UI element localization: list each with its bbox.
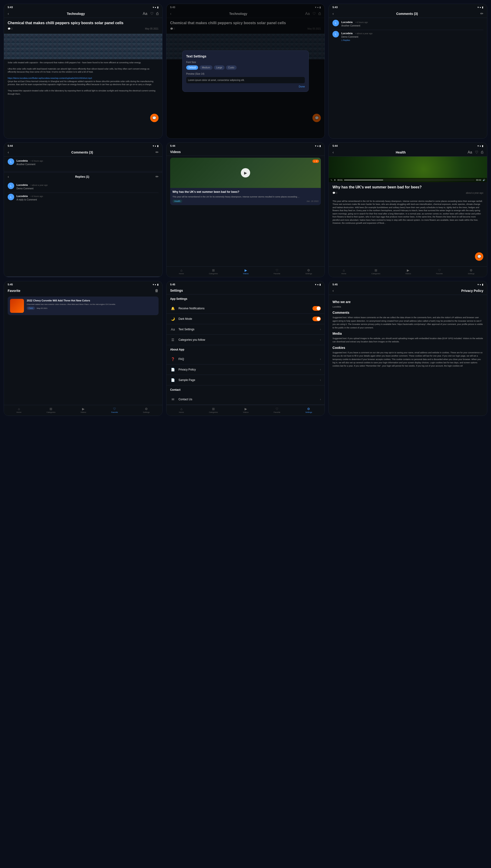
comment-item-r2c1-1: L Lucodeia • 6 hours ago Another Comment — [8, 159, 158, 166]
like-icon-r1c1[interactable]: ♡ — [150, 11, 153, 16]
nav-settings-r3c2[interactable]: ⚙ Settings — [306, 407, 312, 413]
back-button-r1c3[interactable]: ‹ — [333, 11, 334, 16]
comment-content-2: Lucodeia • about a year ago Demo Comment… — [341, 31, 483, 41]
nav-favorite-r3c2[interactable]: ♡ Favorite — [273, 407, 280, 413]
font-icon-r1c1[interactable]: Aa — [143, 11, 147, 16]
nav-categories-r3c1[interactable]: ⊞ Categories — [47, 407, 56, 413]
screen-r1c1: 5:43 ▾ ● ▮ ‹ Technology Aa ♡ ⎙ Chemical … — [4, 4, 163, 139]
fav-tag[interactable]: Cars — [27, 307, 35, 310]
time-r3c1: 5:45 — [8, 283, 13, 286]
back-button-r2c3[interactable]: ‹ — [333, 150, 334, 155]
bottom-nav-bar-r3c1: ⌂ Home ⊞ Categories ▶ Videos ♡ Favorite … — [4, 405, 162, 416]
article-body-r2c3: This year will be remembered in the UK f… — [329, 198, 487, 227]
nav-settings-r3c1[interactable]: ⚙ Settings — [143, 407, 150, 413]
comment-item-1: L Lucodeia • 6 hours ago Another Comment — [333, 20, 483, 27]
font-option-medium[interactable]: Medium — [200, 65, 212, 70]
nav-videos-r3c1[interactable]: ▶ Videos — [81, 407, 86, 413]
article-link[interactable]: https://demo.lucodeia.com/flutter-wp/luc… — [8, 77, 92, 79]
video-thumbnail[interactable]: ▶ ○ ② — [170, 158, 321, 188]
nav-home-r2c3[interactable]: ⌂ Home — [341, 269, 346, 275]
edit-icon-r2c1[interactable]: ✏ — [155, 150, 158, 155]
settings-notifications[interactable]: 🔔 Receive Notifications — [167, 303, 325, 314]
edit-icon-replies[interactable]: ✏ — [155, 174, 158, 179]
categories-follow-icon: ☰ — [170, 337, 176, 343]
reply-text-2: A reply to Comment — [17, 198, 158, 201]
privacy-icon: 📄 — [170, 367, 176, 372]
progress-bar[interactable] — [344, 180, 475, 180]
settings-text[interactable]: Aa Text Settings › — [167, 324, 325, 335]
nav-categories-label-r3c1: Categories — [47, 411, 56, 413]
settings-categories[interactable]: ☰ Categories you follow › — [167, 335, 325, 345]
status-icons-r1c3: ▾ ● ▮ — [478, 6, 483, 9]
nav-home-r3c1[interactable]: ⌂ Home — [17, 407, 21, 413]
categories-icon-r2c2: ⊞ — [212, 269, 215, 272]
volume-icon[interactable]: 🔊 — [483, 179, 485, 181]
fab-r1c1[interactable]: 💬 — [150, 114, 158, 122]
nav-categories-r2c2[interactable]: ⊞ Categories — [209, 269, 218, 275]
settings-privacy[interactable]: 📄 Privacy Policy › — [167, 364, 325, 375]
fullscreen-icon[interactable]: ⤡ — [330, 179, 333, 181]
pause-button[interactable]: ⏸ — [334, 179, 336, 181]
nav-videos-r2c3[interactable]: ▶ Videos — [405, 269, 411, 275]
nav-title-r3c3: Privacy Policy — [461, 289, 483, 292]
comment-text-r2c1-1: Another Comment — [17, 163, 158, 166]
modal-overlay[interactable]: Text Settings Font Size Default Medium L… — [167, 4, 325, 138]
fab-r2c3[interactable]: 💬 — [475, 252, 483, 261]
nav-videos-label-r3c1: Videos — [81, 411, 86, 413]
avatar-r2c1-1: L — [8, 159, 14, 165]
nav-categories-r2c3[interactable]: ⊞ Categories — [371, 269, 380, 275]
notifications-toggle-thumb — [317, 307, 320, 310]
article-title-r1c1: Chemical that makes chilli peppers spicy… — [8, 21, 158, 26]
settings-darkmode[interactable]: 🌙 Dark Mode — [167, 314, 325, 324]
comment-author-r2c1-1: Lucodeia — [17, 159, 28, 162]
play-button[interactable]: ▶ — [241, 168, 250, 177]
settings-sample[interactable]: 📄 Sample Page › — [167, 375, 325, 385]
contact-us-chevron: › — [320, 398, 321, 401]
like-icon-r2c3[interactable]: ♡ — [475, 150, 478, 155]
nav-favorite-r2c3[interactable]: ♡ Favorite — [436, 269, 443, 275]
time-r3c3: 5:45 — [333, 283, 338, 286]
trash-icon[interactable]: 🗑 — [155, 289, 158, 293]
nav-icons-r1c1: Aa ♡ ⎙ — [143, 11, 158, 16]
font-option-large[interactable]: Large — [214, 65, 225, 70]
replies-link[interactable]: 1 Replies — [341, 39, 483, 41]
notifications-toggle[interactable] — [313, 306, 321, 311]
replies-header: ‹ Replies (1) ✏ — [4, 172, 162, 181]
back-button-r1c1[interactable]: ‹ — [8, 11, 9, 16]
nav-home-r3c2[interactable]: ⌂ Home — [179, 407, 184, 413]
nav-home-r2c2[interactable]: ⌂ Home — [179, 269, 184, 275]
tag-health[interactable]: Health — [173, 200, 182, 203]
status-bar-r1c3: 5:43 ▾ ● ▮ — [329, 4, 487, 9]
fav-card-title: 2022 Chevy Corvette Will Add Three Hot N… — [27, 299, 156, 302]
done-button[interactable]: Done — [186, 85, 305, 88]
settings-contact-us-left: ✉ Contact Us — [170, 396, 192, 402]
darkmode-toggle[interactable] — [313, 316, 321, 321]
settings-faq[interactable]: ❓ FAQ › — [167, 354, 325, 364]
nav-categories-r3c2[interactable]: ⊞ Categories — [209, 407, 218, 413]
reply-time-2: • 6 hours ago — [31, 195, 43, 197]
nav-title-r3c2: Settings — [170, 289, 183, 292]
nav-settings-r2c3[interactable]: ⚙ Settings — [468, 269, 474, 275]
signal-icon-r2c3: ● — [480, 145, 481, 147]
categories-icon-r2c3: ⊞ — [375, 269, 377, 272]
nav-videos-r3c2[interactable]: ▶ Videos — [243, 407, 249, 413]
font-option-default[interactable]: Default — [186, 65, 198, 70]
font-icon-r2c3[interactable]: Aa — [467, 150, 472, 155]
nav-favorite-r2c2[interactable]: ♡ Favorite — [273, 269, 280, 275]
back-button-r3c3[interactable]: ‹ — [333, 289, 334, 293]
back-button-replies[interactable]: ‹ — [8, 175, 9, 179]
video-player-r2c3: ⤡ ⏸ 00:01 00:02 🔊 — [329, 157, 487, 182]
settings-contact-us[interactable]: ✉ Contact Us › — [167, 394, 325, 405]
nav-favorite-r3c1[interactable]: ♡ Favorite — [111, 407, 118, 413]
edit-icon-r1c3[interactable]: ✏ — [480, 11, 483, 16]
screen-r3c2: 5:45 ▾ ● ▮ Settings App Settings 🔔 Recei… — [166, 281, 325, 416]
back-button-r2c1[interactable]: ‹ — [8, 150, 9, 155]
fav-card-r3c1[interactable]: 2022 Chevy Corvette Will Add Three Hot N… — [8, 297, 158, 315]
nav-bar-r2c3: ‹ Health Aa ♡ ⎙ — [329, 148, 487, 157]
status-icons-r2c2: ▾ ● ▮ — [315, 145, 321, 147]
share-icon-r2c3[interactable]: ⎙ — [481, 150, 483, 155]
font-option-custom[interactable]: Custo — [226, 65, 237, 70]
share-icon-r1c1[interactable]: ⎙ — [156, 11, 158, 16]
nav-settings-r2c2[interactable]: ⚙ Settings — [306, 269, 312, 275]
nav-videos-r2c2[interactable]: ▶ Videos — [243, 269, 249, 275]
